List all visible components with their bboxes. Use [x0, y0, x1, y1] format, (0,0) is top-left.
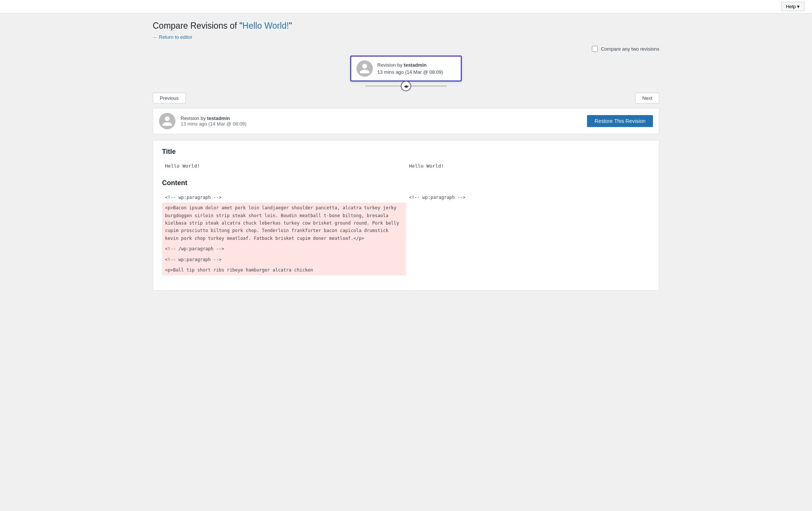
- content-partial-right: [406, 265, 650, 275]
- return-link-text: ← Return to editor: [153, 34, 192, 40]
- removed-text: <p>Bacon ipsum dolor amet pork loin land…: [165, 205, 399, 241]
- revision-by-line: Revision by testadmin: [377, 61, 443, 69]
- table-row: <p>Bacon ipsum dolor amet pork loin land…: [162, 203, 650, 244]
- return-to-editor-link[interactable]: ← Return to editor: [153, 34, 192, 40]
- nav-row: Previous Next: [153, 93, 659, 104]
- content-comment-open2-right: [406, 254, 650, 265]
- revision-bar-by-label: Revision by: [181, 115, 206, 121]
- help-label: Help ▾: [786, 4, 800, 9]
- post-title-link[interactable]: Hello World!: [242, 21, 289, 31]
- slider-thumb[interactable]: [401, 81, 411, 91]
- title-diff-block: Title Hello World! Hello World!: [162, 148, 650, 172]
- slider-area: Revision by testadmin 13 mins ago (14 Ma…: [153, 55, 659, 87]
- previous-label: Previous: [160, 95, 179, 101]
- table-row: <!-- wp:paragraph -->: [162, 254, 650, 265]
- title-suffix: ": [289, 21, 292, 31]
- page-wrap: Compare Revisions of "Hello World!" ← Re…: [145, 13, 667, 305]
- revision-bar-date: (14 Mar @ 08:09): [208, 121, 246, 127]
- revision-bar-author: testadmin: [207, 115, 230, 121]
- revision-info: Revision by testadmin 13 mins ago (14 Ma…: [377, 61, 443, 76]
- revision-bar-by-line: Revision by testadmin: [181, 115, 247, 121]
- restore-label: Restore This Revision: [594, 118, 646, 124]
- next-label: Next: [642, 95, 652, 101]
- revision-tooltip: Revision by testadmin 13 mins ago (14 Ma…: [350, 55, 462, 82]
- revision-bar-info: Revision by testadmin 13 mins ago (14 Ma…: [181, 115, 247, 127]
- title-diff-table: Hello World! Hello World!: [162, 161, 650, 172]
- content-close-comment-left: <!-- /wp:paragraph -->: [162, 244, 406, 254]
- diff-wrap: Title Hello World! Hello World! Content …: [153, 140, 659, 291]
- revision-bar-time: 13 mins ago (14 Mar @ 08:09): [181, 121, 247, 127]
- next-button[interactable]: Next: [635, 93, 659, 104]
- compare-any-checkbox[interactable]: [592, 46, 598, 52]
- table-row: <!-- wp:paragraph --> <!-- wp:paragraph …: [162, 192, 650, 203]
- revision-author: testadmin: [404, 62, 426, 68]
- help-button[interactable]: Help ▾: [781, 2, 805, 11]
- revision-by-label: Revision by: [377, 62, 402, 68]
- content-section-label: Content: [162, 179, 650, 187]
- revision-bar-left: Revision by testadmin 13 mins ago (14 Ma…: [159, 113, 247, 129]
- table-row: Hello World! Hello World!: [162, 161, 650, 172]
- content-close-comment-right: [406, 244, 650, 254]
- table-row: <p>Ball tip short ribs ribeye hamburger …: [162, 265, 650, 275]
- content-partial-left: <p>Ball tip short ribs ribeye hamburger …: [162, 265, 406, 275]
- revision-time: 13 mins ago (14 Mar @ 08:09): [377, 69, 443, 76]
- top-bar: Help ▾: [0, 0, 812, 13]
- title-right: Hello World!: [406, 161, 650, 172]
- compare-any-text: Compare any two revisions: [601, 46, 659, 52]
- content-comment-open2-left: <!-- wp:paragraph -->: [162, 254, 406, 265]
- revision-date: (14 Mar @ 08:09): [405, 69, 443, 75]
- revision-bar-time-ago: 13 mins ago: [181, 121, 207, 127]
- compare-any-row: Compare any two revisions: [153, 46, 659, 52]
- title-section-label: Title: [162, 148, 650, 156]
- content-diff-block: Content <!-- wp:paragraph --> <!-- wp:pa…: [162, 179, 650, 276]
- content-left-comment-open: <!-- wp:paragraph -->: [162, 192, 406, 203]
- content-right-empty: [406, 203, 650, 244]
- content-right-comment-open: <!-- wp:paragraph -->: [406, 192, 650, 203]
- revision-bar-avatar: [159, 113, 175, 129]
- previous-button[interactable]: Previous: [153, 93, 186, 104]
- table-row: <!-- /wp:paragraph -->: [162, 244, 650, 254]
- avatar: [356, 60, 373, 77]
- content-diff-table: <!-- wp:paragraph --> <!-- wp:paragraph …: [162, 192, 650, 276]
- restore-revision-button[interactable]: Restore This Revision: [587, 115, 653, 127]
- content-removed-block: <p>Bacon ipsum dolor amet pork loin land…: [162, 203, 406, 244]
- title-prefix: Compare Revisions of ": [153, 21, 242, 31]
- revision-time-ago: 13 mins ago: [377, 69, 404, 75]
- revision-bar: Revision by testadmin 13 mins ago (14 Ma…: [153, 108, 659, 134]
- slider-track-wrap[interactable]: [365, 85, 447, 87]
- page-title: Compare Revisions of "Hello World!": [153, 21, 659, 31]
- compare-any-label[interactable]: Compare any two revisions: [592, 46, 659, 52]
- slider-track[interactable]: [365, 85, 447, 87]
- title-left: Hello World!: [162, 161, 406, 172]
